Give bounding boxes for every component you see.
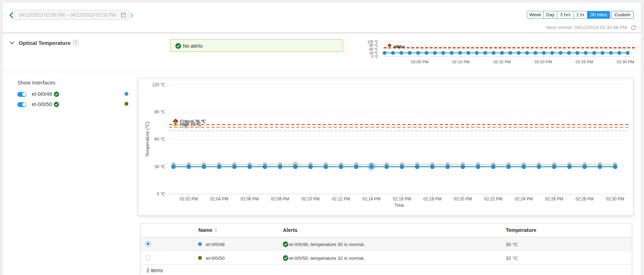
svg-text:02:10 PM: 02:10 PM bbox=[301, 197, 319, 201]
svg-text:02:12 PM: 02:12 PM bbox=[332, 197, 350, 201]
svg-text:02:22 PM: 02:22 PM bbox=[484, 197, 502, 201]
svg-text:02:30 PM: 02:30 PM bbox=[606, 197, 624, 201]
svg-text:02:20 PM: 02:20 PM bbox=[454, 197, 472, 201]
svg-text:02:28 PM: 02:28 PM bbox=[576, 197, 594, 201]
svg-text:02:26 PM: 02:26 PM bbox=[545, 197, 563, 201]
svg-text:02:06 PM: 02:06 PM bbox=[240, 197, 259, 201]
svg-text:90 ℃: 90 ℃ bbox=[369, 43, 378, 47]
svg-text:60 ℃: 60 ℃ bbox=[155, 137, 165, 142]
svg-text:02:18 PM: 02:18 PM bbox=[423, 197, 441, 201]
svg-text:120 ℃: 120 ℃ bbox=[367, 40, 378, 44]
svg-text:02:16 PM: 02:16 PM bbox=[393, 197, 411, 201]
svg-text:02:15 PM: 02:15 PM bbox=[493, 60, 511, 64]
svg-text:120 ℃: 120 ℃ bbox=[152, 82, 165, 87]
svg-text:0 ℃: 0 ℃ bbox=[371, 55, 378, 59]
svg-text:02:24 PM: 02:24 PM bbox=[515, 197, 533, 201]
svg-text:02:05 PM: 02:05 PM bbox=[411, 60, 428, 64]
svg-text:30 ℃: 30 ℃ bbox=[369, 51, 378, 55]
svg-text:High 73 ℃: High 73 ℃ bbox=[180, 122, 202, 127]
svg-text:02:30 PM: 02:30 PM bbox=[617, 60, 634, 64]
svg-text:02:02 PM: 02:02 PM bbox=[180, 197, 198, 201]
svg-text:0 ℃: 0 ℃ bbox=[157, 192, 165, 197]
svg-text:30 ℃: 30 ℃ bbox=[155, 164, 165, 169]
svg-text:critical: critical bbox=[394, 45, 405, 49]
svg-text:Time: Time bbox=[394, 203, 404, 208]
svg-text:Temperature (℃): Temperature (℃) bbox=[145, 122, 150, 157]
svg-text:02:10 PM: 02:10 PM bbox=[452, 60, 470, 64]
svg-text:60 ℃: 60 ℃ bbox=[369, 47, 378, 51]
svg-text:90 ℃: 90 ℃ bbox=[155, 110, 165, 115]
svg-text:02:14 PM: 02:14 PM bbox=[362, 197, 381, 201]
svg-text:02:20 PM: 02:20 PM bbox=[534, 60, 552, 64]
svg-text:02:25 PM: 02:25 PM bbox=[576, 60, 593, 64]
svg-text:02:08 PM: 02:08 PM bbox=[271, 197, 289, 201]
svg-text:02:04 PM: 02:04 PM bbox=[210, 197, 228, 201]
